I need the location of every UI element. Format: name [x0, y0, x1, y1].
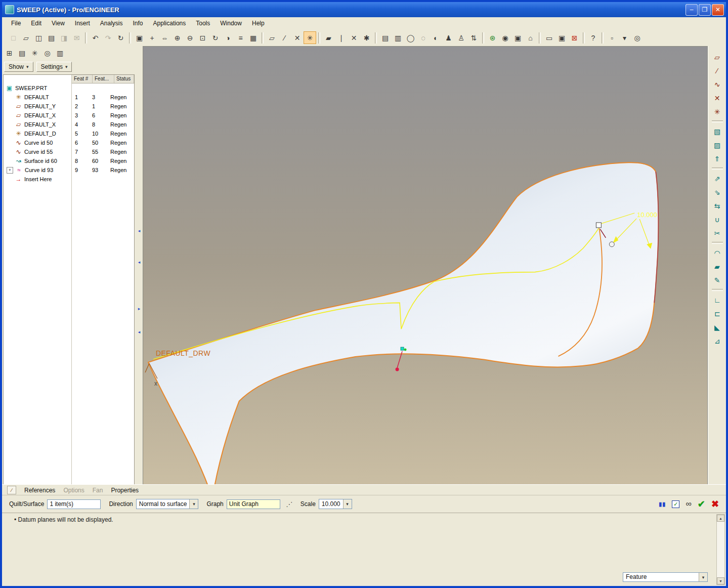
graph-origin-marker[interactable] [401, 347, 404, 350]
tree-item-sweep-prt[interactable]: ▣SWEEP.PRT [4, 83, 71, 93]
trim-icon[interactable]: ✂ [711, 227, 723, 239]
select-working-window-icon[interactable]: ▣ [133, 31, 146, 44]
fill-icon[interactable]: ▰ [711, 260, 723, 273]
menu-tools[interactable]: Tools [191, 18, 215, 28]
shade-icon[interactable]: ◑ [222, 31, 234, 44]
datum-curve-tool-icon[interactable]: ∿ [711, 78, 723, 91]
cancel-button[interactable]: ✖ [711, 498, 719, 510]
tree-item-default-x[interactable]: ▱DEFAULT_X [4, 111, 71, 120]
open-icon[interactable]: ▱ [20, 31, 32, 44]
orient-mode-icon[interactable]: ⇅ [467, 31, 480, 44]
datum-csys-tool-icon[interactable]: ✳ [711, 105, 723, 118]
menu-edit[interactable]: Edit [26, 18, 47, 28]
graph-point-marker[interactable] [404, 349, 407, 351]
project-icon[interactable]: ⇘ [711, 186, 723, 198]
csys-create-icon[interactable]: ✱ [360, 31, 373, 44]
mannequin-edit-icon[interactable]: ♙ [455, 31, 467, 44]
tree-item-default[interactable]: ✳DEFAULT [4, 93, 71, 102]
minimize-button[interactable]: – [686, 4, 698, 16]
style-icon[interactable]: ✎ [711, 274, 723, 286]
tab-references[interactable]: References [20, 486, 59, 495]
tree-item-default-y[interactable]: ▱DEFAULT_Y [4, 102, 71, 111]
refit-icon[interactable]: ⊡ [196, 31, 209, 44]
dimension-value[interactable]: 10.000 [637, 211, 657, 219]
datum-plane-create-icon[interactable]: ▰ [322, 31, 335, 44]
tree-columns-icon[interactable]: ▤ [379, 31, 392, 44]
zoom-in-icon[interactable]: ⊕ [171, 31, 184, 44]
tree-item-insert-here[interactable]: →Insert Here [4, 175, 71, 184]
sash-expand-icon[interactable]: ▸ [136, 305, 143, 312]
pan-zoom-icon[interactable]: ⇔ [158, 31, 171, 44]
3d-model-view[interactable]: 10.000 DEFAULT_DRW x [143, 47, 707, 527]
tree-item-curve-id-50[interactable]: ∿Curve id 50 [4, 138, 71, 147]
pause-button[interactable]: ▮▮ [659, 501, 666, 508]
feature-type-combo[interactable]: Feature ▾ [623, 572, 708, 582]
preview-checkbox[interactable]: ✓ [672, 500, 679, 508]
close-window-icon[interactable]: ⊠ [568, 31, 581, 44]
menu-insert[interactable]: Insert [70, 18, 95, 28]
zoom-out-icon[interactable]: ⊖ [184, 31, 196, 44]
graph-toggle-icon[interactable]: ⋰ [283, 498, 295, 510]
search-icon[interactable]: ◎ [41, 47, 54, 59]
graphics-area[interactable]: 10.000 DEFAULT_DRW x [143, 46, 708, 528]
menu-help[interactable]: Help [247, 18, 270, 28]
web-globe-icon[interactable]: ⊛ [486, 31, 499, 44]
expander-icon[interactable]: + [7, 167, 13, 174]
accept-button[interactable]: ✔ [698, 498, 705, 510]
tree-item-default-x[interactable]: ▱DEFAULT_X [4, 120, 71, 129]
wireframe-display-icon[interactable]: ◯ [404, 31, 417, 44]
folder-browser-icon[interactable]: ▤ [16, 47, 28, 59]
datum-point-tool-icon[interactable]: ✕ [711, 92, 723, 104]
new-window-icon[interactable]: ▭ [543, 31, 555, 44]
normal-vector-endpoint[interactable] [396, 367, 399, 371]
bend-icon[interactable]: ◣ [711, 321, 723, 333]
offset-icon[interactable]: ⇑ [711, 152, 723, 165]
tab-properties[interactable]: Properties [107, 486, 143, 495]
publish-icon[interactable]: ▣ [511, 31, 524, 44]
csys-display-icon[interactable]: ✳ [304, 31, 316, 44]
tree-item-default-d[interactable]: ✳DEFAULT_D [4, 129, 71, 138]
show-dropdown[interactable]: Show ▾ [4, 62, 33, 72]
mannequin-icon[interactable]: ♟ [442, 31, 455, 44]
tree-item-curve-id-55[interactable]: ∿Curve id 55 [4, 147, 71, 156]
history-icon[interactable]: ▥ [54, 47, 66, 59]
menu-info[interactable]: Info [128, 18, 148, 28]
boundary-blend-icon[interactable]: ◠ [711, 246, 723, 259]
menu-view[interactable]: View [47, 18, 70, 28]
datum-planes-display-icon[interactable]: ▱ [266, 31, 278, 44]
chevron-down-icon[interactable]: ▾ [699, 573, 707, 581]
scroll-down-button[interactable]: ▼ [717, 577, 724, 584]
scale-combo[interactable]: 10.000 ▾ [319, 499, 352, 509]
hidden-line-display-icon[interactable]: ◌ [417, 31, 430, 44]
sash-collapse-icon[interactable]: ◂ [136, 328, 143, 335]
scrollbar-track[interactable] [717, 522, 724, 577]
mirror-icon[interactable]: ⇆ [711, 199, 723, 212]
merge-icon[interactable]: ∪ [711, 213, 723, 226]
find-icon[interactable]: ◎ [631, 31, 644, 44]
csys-label[interactable]: DEFAULT_DRW [156, 349, 210, 357]
chevron-down-icon[interactable]: ▾ [189, 499, 198, 509]
drag-handle-circle[interactable] [609, 242, 614, 247]
undo-icon[interactable]: ↶ [89, 31, 102, 44]
layers-icon[interactable]: ≡ [234, 31, 247, 44]
view-manager-icon[interactable]: ▦ [247, 31, 260, 44]
print-icon[interactable]: ▤ [45, 31, 58, 44]
save-icon[interactable]: ◫ [32, 31, 45, 44]
regenerate-icon[interactable]: ↻ [114, 31, 127, 44]
tree-item-surface-id-60[interactable]: ↝Surface id 60 [4, 156, 71, 165]
datum-axis-create-icon[interactable]: ∣ [335, 31, 348, 44]
direction-select[interactable]: Normal to surface ▾ [136, 499, 199, 509]
copy-geometry-icon[interactable]: ▧ [711, 125, 723, 138]
selection-filter-icon[interactable]: ▫ [606, 31, 618, 44]
menu-applications[interactable]: Applications [148, 18, 191, 28]
restore-button[interactable]: ❐ [699, 4, 711, 16]
tree-item-curve-id-93[interactable]: +≈Curve id 93 [4, 165, 71, 175]
browser-icon[interactable]: ⌂ [524, 31, 537, 44]
menu-window[interactable]: Window [215, 18, 247, 28]
sash-collapse-icon[interactable]: ◂ [136, 259, 143, 266]
wall-icon[interactable]: ⊏ [711, 307, 723, 320]
close-button[interactable]: ✕ [712, 4, 724, 16]
slide-panel-icon[interactable]: ∕ [7, 486, 16, 494]
sash-collapse-icon[interactable]: ◂ [136, 227, 143, 234]
datum-axes-display-icon[interactable]: ⁄ [278, 31, 291, 44]
